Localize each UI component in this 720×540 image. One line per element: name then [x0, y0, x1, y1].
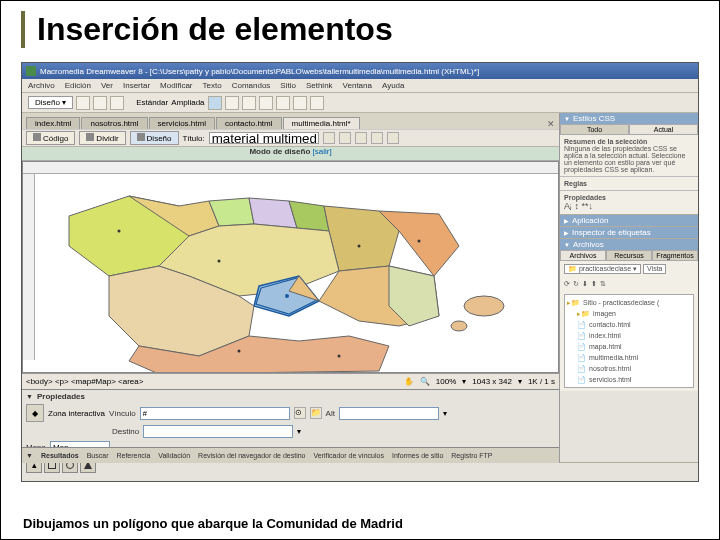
menu-comandos[interactable]: Comandos	[232, 81, 271, 90]
menu-ver[interactable]: Ver	[101, 81, 113, 90]
results-tab-revision[interactable]: Revisión del navegador de destino	[198, 452, 305, 459]
canvas-dimensions: 1043 x 342	[472, 377, 512, 386]
svg-point-7	[418, 240, 421, 243]
properties-panel: ▼Propiedades ◆ Zona interactiva Vínculo …	[22, 389, 559, 447]
spain-map-image[interactable]	[39, 176, 519, 373]
file-tree[interactable]: ▸📁Sitio - practicasdeclase ( ▸📁imagen 📄c…	[564, 294, 694, 388]
menu-archivo[interactable]: Archivo	[28, 81, 55, 90]
results-tab-ftp[interactable]: Registro FTP	[451, 452, 492, 459]
document-tabs: index.html nosotros.html servicios.html …	[22, 113, 559, 129]
tab-servicios[interactable]: servicios.html	[149, 117, 215, 129]
menu-ventana[interactable]: Ventana	[343, 81, 372, 90]
browse-folder-icon[interactable]: 📁	[310, 407, 322, 419]
files-tab-archivos[interactable]: Archivos	[560, 250, 606, 261]
toolbar-icon[interactable]	[355, 132, 367, 144]
toolbar-icon[interactable]	[387, 132, 399, 144]
menu-edicion[interactable]: Edición	[65, 81, 91, 90]
page-size: 1K / 1 s	[528, 377, 555, 386]
zoom-tool-icon[interactable]: 🔍	[420, 377, 430, 386]
toolbar-icon[interactable]	[323, 132, 335, 144]
menu-texto[interactable]: Texto	[203, 81, 222, 90]
tab-contacto[interactable]: contacto.html	[216, 117, 282, 129]
svg-point-8	[238, 350, 241, 353]
design-canvas[interactable]	[22, 161, 559, 373]
alt-input[interactable]	[339, 407, 439, 420]
files-tab-recursos[interactable]: Recursos	[606, 250, 652, 261]
side-panel-group: ▼Estilos CSS Todo Actual Resumen de la s…	[560, 113, 698, 463]
dest-input[interactable]	[143, 425, 293, 438]
insert-icon[interactable]	[310, 96, 324, 110]
sync-icon[interactable]: ⇅	[600, 280, 606, 288]
insert-icon[interactable]	[76, 96, 90, 110]
window-titlebar: Macromedia Dreamweaver 8 - [C:\Users\pat…	[22, 63, 698, 79]
site-selector[interactable]: 📁 practicasdeclase ▾	[564, 264, 641, 274]
view-selector[interactable]: Vista	[643, 264, 666, 274]
results-tab-referencia[interactable]: Referencia	[116, 452, 150, 459]
toolbar-icon[interactable]	[371, 132, 383, 144]
tag-selector[interactable]: <body> <p> <map#Map> <area>	[26, 377, 143, 386]
results-panel: ▼ Resultados Buscar Referencia Validació…	[22, 447, 559, 463]
tab-index[interactable]: index.html	[26, 117, 80, 129]
insert-icon[interactable]	[293, 96, 307, 110]
files-panel-header[interactable]: ▼Archivos	[560, 239, 698, 250]
insert-icon[interactable]	[259, 96, 273, 110]
link-label: Vínculo	[109, 409, 136, 418]
connect-icon[interactable]: ⟳	[564, 280, 570, 288]
slide-title: Inserción de elementos	[37, 11, 699, 48]
slide-caption: Dibujamos un polígono que abarque la Com…	[19, 516, 407, 531]
design-mode-bar: Modo de diseño [salir]	[22, 147, 559, 161]
toolbar-icon[interactable]	[339, 132, 351, 144]
exit-design-mode-link[interactable]: [salir]	[313, 147, 332, 156]
hand-tool-icon[interactable]: ✋	[404, 377, 414, 386]
files-tab-fragmentos[interactable]: Fragmentos	[652, 250, 698, 261]
svg-point-9	[338, 355, 341, 358]
css-summary-text: Ninguna de las propiedades CSS se aplica…	[564, 145, 685, 173]
dest-label: Destino	[112, 427, 139, 436]
tab-multimedia[interactable]: multimedia.html*	[283, 117, 360, 129]
view-code-button[interactable]: Código	[26, 131, 75, 145]
svg-point-4	[118, 230, 121, 233]
zone-label: Zona interactiva	[48, 409, 105, 418]
css-panel-header[interactable]: ▼Estilos CSS	[560, 113, 698, 124]
insert-icon[interactable]	[110, 96, 124, 110]
menu-sethink[interactable]: Sethink	[306, 81, 333, 90]
menu-bar: Archivo Edición Ver Insertar Modificar T…	[22, 79, 698, 93]
document-toolbar: Código Dividir Diseño Título:	[22, 129, 559, 147]
insert-icon[interactable]	[242, 96, 256, 110]
css-tab-actual[interactable]: Actual	[629, 124, 698, 135]
app-panel-header[interactable]: ▶Aplicación	[560, 215, 698, 226]
menu-insertar[interactable]: Insertar	[123, 81, 150, 90]
results-tab-validacion[interactable]: Validación	[158, 452, 190, 459]
refresh-icon[interactable]: ↻	[573, 280, 579, 288]
view-design-button[interactable]: Diseño	[130, 131, 179, 145]
app-icon	[26, 66, 36, 76]
zoom-value[interactable]: 100%	[436, 377, 456, 386]
link-input[interactable]	[140, 407, 290, 420]
insert-tab[interactable]	[208, 96, 222, 110]
menu-ayuda[interactable]: Ayuda	[382, 81, 405, 90]
tag-panel-header[interactable]: ▶Inspector de etiquetas	[560, 227, 698, 238]
ruler-vertical	[23, 174, 35, 360]
insert-category-select[interactable]: Diseño ▾	[28, 96, 73, 109]
css-tab-todo[interactable]: Todo	[560, 124, 629, 135]
hotspot-icon: ◆	[26, 404, 44, 422]
tab-nosotros[interactable]: nosotros.html	[81, 117, 147, 129]
insert-icon[interactable]	[225, 96, 239, 110]
insert-icon[interactable]	[93, 96, 107, 110]
point-to-file-icon[interactable]: ⊙	[294, 407, 306, 419]
svg-point-5	[218, 260, 221, 263]
insert-bar: Diseño ▾ Estándar Ampliada	[22, 93, 698, 113]
title-input[interactable]	[209, 132, 319, 144]
close-tab-icon[interactable]: ✕	[547, 119, 555, 129]
svg-point-3	[451, 321, 467, 331]
insert-icon[interactable]	[276, 96, 290, 110]
menu-sitio[interactable]: Sitio	[280, 81, 296, 90]
put-icon[interactable]: ⬆	[591, 280, 597, 288]
get-icon[interactable]: ⬇	[582, 280, 588, 288]
title-label: Título:	[183, 134, 205, 143]
results-tab-vinculos[interactable]: Verificador de vínculos	[314, 452, 384, 459]
menu-modificar[interactable]: Modificar	[160, 81, 192, 90]
results-tab-buscar[interactable]: Buscar	[87, 452, 109, 459]
view-split-button[interactable]: Dividir	[79, 131, 125, 145]
results-tab-informes[interactable]: Informes de sitio	[392, 452, 443, 459]
